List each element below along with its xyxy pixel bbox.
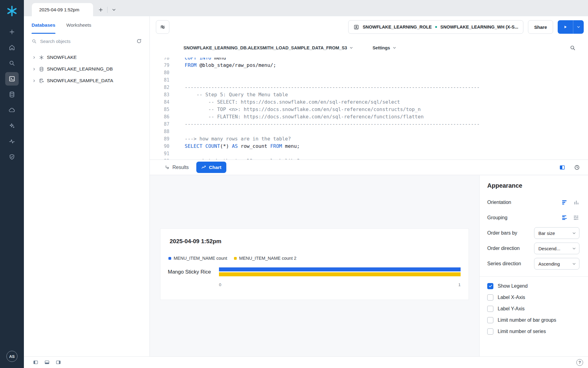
line-number: 87 — [150, 121, 169, 128]
worksheet-tab-strip: 2025-04-09 1:52pm — [24, 0, 588, 16]
code-text: ---> how many rows are in the table? — [169, 135, 291, 143]
help-button[interactable]: ? — [576, 359, 583, 366]
orientation-horizontal-icon[interactable] — [562, 199, 568, 205]
show-legend-checkbox[interactable] — [487, 283, 493, 289]
tree-item-snowflake-sample-data[interactable]: SNOWFLAKE_SAMPLE_DATA — [24, 75, 149, 86]
search-objects-input[interactable] — [40, 39, 133, 44]
tree-item-label: SNOWFLAKE_SAMPLE_DATA — [47, 78, 113, 83]
tree-item-snowflake[interactable]: SNOWFLAKE — [24, 52, 149, 63]
orientation-label: Orientation — [487, 200, 511, 205]
line-number: 78 — [150, 58, 169, 62]
order-bars-by-select[interactable]: Bar size — [534, 227, 579, 239]
tab-databases[interactable]: Databases — [32, 16, 55, 34]
chevron-down-icon — [572, 231, 576, 236]
legend-item: MENU_ITEM_NAME count — [168, 256, 227, 261]
chart-bar[interactable] — [219, 267, 461, 271]
line-number: 86 — [150, 113, 169, 121]
context-selector[interactable]: SNOWFLAKE_LEARNING_ROLE SNOWFLAKE_LEARNI… — [348, 20, 523, 34]
search-nav-icon[interactable] — [5, 56, 19, 70]
run-button[interactable] — [558, 20, 573, 34]
grouping-stacked-icon[interactable] — [573, 215, 579, 221]
label-x-axis-checkbox[interactable] — [487, 294, 493, 301]
chevron-down-icon — [572, 246, 576, 251]
results-tab[interactable]: Results — [164, 165, 189, 170]
toggle-right-panel-icon[interactable] — [56, 360, 61, 365]
share-button[interactable]: Share — [528, 20, 553, 34]
limit-number-of-series-row: Limit number of series — [487, 326, 579, 337]
run-options-dropdown[interactable] — [573, 20, 584, 34]
find-in-worksheet-icon[interactable] — [570, 45, 576, 51]
legend-swatch — [168, 257, 171, 260]
select-label: Order bars by — [487, 230, 517, 236]
show-legend-row: Show Legend — [487, 280, 579, 292]
worksheet-tab-label: 2025-04-09 1:52pm — [39, 7, 79, 12]
split-view-icon[interactable] — [559, 164, 565, 171]
line-number: 80 — [150, 69, 169, 76]
cloud-nav-icon[interactable] — [5, 103, 19, 117]
user-avatar[interactable]: AS — [6, 351, 17, 362]
line-number: 85 — [150, 106, 169, 113]
label-y-axis-checkbox[interactable] — [487, 306, 493, 312]
orientation-row: Orientation — [487, 195, 579, 210]
panel-divider — [480, 276, 588, 277]
grouping-grouped-icon[interactable] — [562, 215, 568, 221]
code-text: -- TOP <n>: https://docs.snowflake.com/e… — [169, 106, 421, 113]
chart-tab[interactable]: Chart — [196, 162, 226, 173]
select-label: Series direction — [487, 261, 521, 266]
code-line: 90SELECT COUNT(*) AS row_count FROM menu… — [150, 143, 588, 150]
admin-nav-icon[interactable] — [5, 150, 19, 164]
label-y-axis-row: Label Y-Axis — [487, 303, 579, 314]
code-text: COPY INTO menu — [169, 58, 226, 62]
activity-nav-icon[interactable] — [5, 135, 19, 148]
chart-bar[interactable] — [219, 272, 461, 276]
code-text: -- Step 5: Query the Menu table — [169, 91, 288, 98]
chevron-down-icon — [349, 46, 353, 50]
sql-editor[interactable]: 78COPY INTO menu79FROM @blob_stage/raw_p… — [150, 58, 588, 159]
chart-canvas-area: 2025-04-09 1:52pm MENU_ITEM_NAME countME… — [150, 175, 479, 356]
grouping-label: Grouping — [487, 215, 507, 220]
code-text: ----------------------------------------… — [169, 84, 480, 91]
code-text: -- FLATTEN: https://docs.snowflake.com/e… — [169, 113, 424, 121]
settings-label: Settings — [372, 45, 390, 50]
tree-item-snowflake-learning-db[interactable]: SNOWFLAKE_LEARNING_DB — [24, 63, 149, 75]
orientation-vertical-icon[interactable] — [573, 199, 579, 205]
tab-list-dropdown[interactable] — [107, 3, 120, 16]
code-line: 81 — [150, 76, 588, 84]
current-warehouse: SNOWFLAKE_LEARNING_WH (X-S... — [440, 25, 518, 29]
code-text — [169, 128, 185, 135]
toggle-left-panel-icon[interactable] — [33, 360, 38, 365]
limit-number-of-series-checkbox[interactable] — [487, 328, 493, 335]
check-icon — [488, 284, 492, 288]
code-line: 92---> what do the top 10 rows look like… — [150, 157, 588, 159]
tab-worksheets[interactable]: Worksheets — [66, 16, 92, 34]
line-number: 90 — [150, 143, 169, 150]
copilot-nav-icon[interactable] — [5, 119, 19, 132]
search-icon — [32, 39, 37, 44]
worksheet-tab[interactable]: 2025-04-09 1:52pm — [32, 3, 93, 16]
worksheets-nav-icon[interactable] — [5, 72, 19, 86]
limit-number-of-bar-groups-checkbox[interactable] — [487, 317, 493, 323]
code-line: 89---> how many rows are in the table? — [150, 135, 588, 143]
home-icon[interactable] — [5, 41, 19, 54]
new-tab-button[interactable] — [94, 3, 107, 16]
snowflake-logo-icon[interactable] — [6, 5, 18, 18]
object-path-selector[interactable]: SNOWFLAKE_LEARNING_DB.ALEXSMITH_LOAD_SAM… — [183, 45, 353, 50]
toggle-bottom-panel-icon[interactable] — [44, 360, 50, 365]
code-text: ----------------------------------------… — [169, 121, 480, 128]
checkbox-label: Limit number of bar groups — [498, 317, 556, 323]
chart-line-icon — [201, 165, 206, 170]
data-nav-icon[interactable] — [5, 88, 19, 101]
category-label: Mango Sticky Rice — [168, 269, 219, 275]
query-history-icon[interactable] — [574, 164, 580, 171]
order-direction-select[interactable]: Descend... — [534, 243, 579, 254]
refresh-icon[interactable] — [136, 38, 142, 44]
line-number: 81 — [150, 76, 169, 84]
filters-button[interactable] — [156, 20, 169, 34]
settings-dropdown[interactable]: Settings — [372, 45, 396, 50]
series-direction-select[interactable]: Ascending — [534, 258, 579, 270]
series-direction-row: Series directionAscending — [487, 256, 579, 271]
chart-legend: MENU_ITEM_NAME countMENU_ITEM_NAME count… — [168, 256, 469, 261]
new-worksheet-icon[interactable] — [5, 25, 19, 39]
database-share-icon — [39, 78, 44, 83]
legend-item: MENU_ITEM_NAME count 2 — [234, 256, 296, 261]
